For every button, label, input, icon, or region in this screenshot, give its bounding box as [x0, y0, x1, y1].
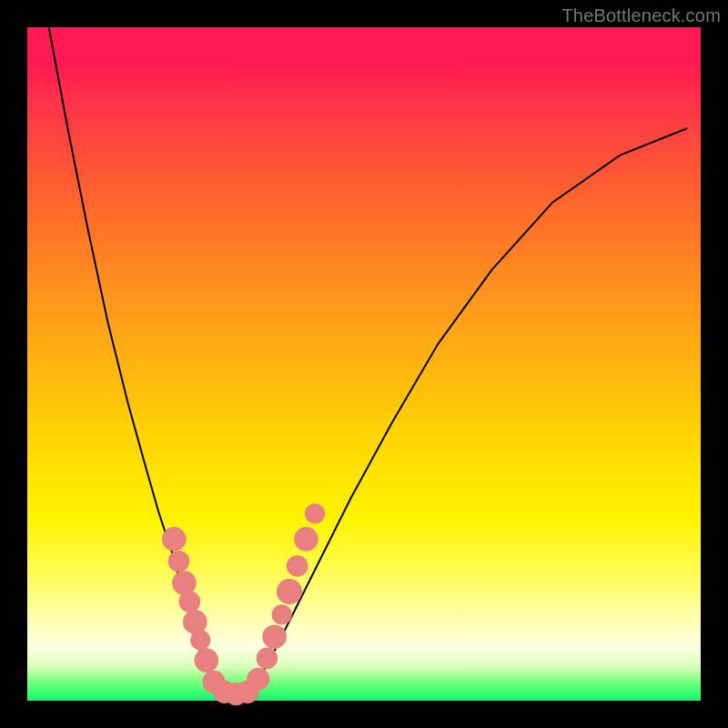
bead-marker — [262, 624, 287, 649]
bead-marker — [183, 610, 207, 634]
plot-area — [27, 27, 701, 701]
frame: TheBottleneck.com — [0, 0, 728, 728]
bead-marker — [190, 630, 210, 650]
curve-line — [49, 27, 688, 694]
bead-marker — [172, 571, 197, 595]
bead-marker — [168, 551, 190, 572]
chart-svg — [27, 27, 701, 701]
bead-marker — [162, 527, 187, 551]
bead-marker — [195, 648, 219, 672]
bead-marker — [247, 668, 269, 691]
bead-marker — [287, 555, 308, 577]
bead-marker — [277, 579, 302, 604]
bead-marker — [305, 503, 325, 523]
bead-marker — [294, 527, 318, 551]
bead-group — [162, 503, 325, 705]
bead-marker — [272, 604, 292, 624]
bead-marker — [179, 591, 201, 612]
watermark-text: TheBottleneck.com — [561, 5, 721, 26]
bead-marker — [257, 648, 278, 670]
